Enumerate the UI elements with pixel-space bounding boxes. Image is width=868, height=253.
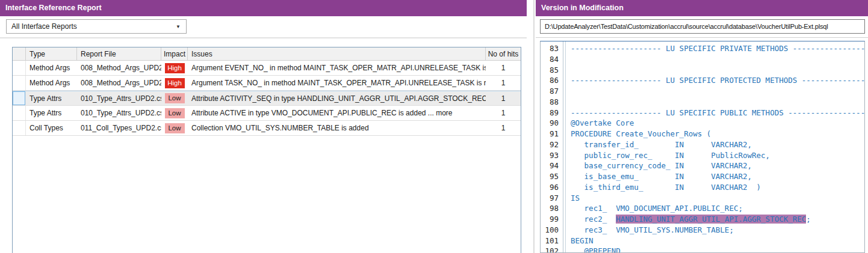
cell-hits: 1: [486, 76, 521, 90]
highlighted-code-span: HANDLING_UNIT_AGGR_UTIL_API.AGGR_STOCK_R…: [616, 215, 806, 224]
code-content: -------------------- LU SPECIFIC PRIVATE…: [566, 41, 864, 252]
cell-issues: Argument EVENT_NO_ in method MAINT_TASK_…: [188, 61, 486, 75]
code-span: @Overtake Core: [571, 118, 634, 127]
code-span: rec3_ VMO_UTIL_SYS.NUMBER_TABLE;: [571, 225, 734, 234]
left-panel-title: Interface Reference Report: [5, 4, 102, 12]
cell-report-file: 010_Type_Attrs_UPD2.csv: [77, 91, 161, 105]
line-number: 88: [541, 97, 559, 108]
cell-issues: Argument TASK_NO_ in method MAINT_TASK_O…: [188, 76, 486, 90]
table-row[interactable]: Coll Types011_Coll_Types_UPD2.csvLowColl…: [13, 121, 521, 136]
report-filter-dropdown[interactable]: All Interface Reports ▼: [6, 19, 187, 34]
code-span: -------------------- LU SPECIFIC PUBLIC …: [571, 108, 864, 117]
code-span: base_currency_code_ IN VARCHAR2,: [571, 161, 752, 170]
code-line: -------------------- LU SPECIFIC PUBLIC …: [571, 108, 864, 118]
line-number: 95: [541, 171, 559, 182]
code-line: [571, 65, 864, 76]
cell-type: Type Attrs: [26, 106, 77, 120]
code-span: rec1_ VMO_DOCUMENT_API.PUBLIC_REC;: [571, 204, 743, 213]
cell-hits: 1: [486, 61, 521, 75]
code-line: [571, 97, 864, 108]
report-filter-value: All Interface Reports: [11, 22, 77, 31]
chevron-down-icon: ▼: [176, 20, 181, 33]
impact-badge: Low: [165, 93, 185, 103]
line-number: 93: [541, 150, 559, 161]
code-line: public_row_rec_ IN PublicRowRec,: [571, 150, 864, 161]
line-number: 85: [541, 65, 559, 76]
line-number: 96: [541, 182, 559, 193]
cell-type: Coll Types: [26, 121, 77, 135]
cell-type: Type Attrs: [26, 91, 77, 105]
cell-report-file: 008_Method_Args_UPD2.csv: [77, 61, 161, 75]
column-header-issues[interactable]: Issues: [188, 47, 486, 60]
impact-badge: Low: [165, 108, 185, 118]
code-span: is_base_emu_ IN VARCHAR2,: [571, 172, 752, 181]
code-line: PROCEDURE Create_Voucher_Rows (: [571, 129, 864, 139]
code-line: base_currency_code_ IN VARCHAR2,: [571, 160, 864, 171]
code-span: transfer_id_ IN VARCHAR2,: [571, 140, 752, 149]
cell-type: Method Args: [26, 76, 77, 90]
cell-report-file: 011_Coll_Types_UPD2.csv: [77, 121, 161, 135]
left-panel-header: Interface Reference Report: [0, 0, 527, 16]
code-line: BEGIN: [571, 236, 864, 246]
code-editor[interactable]: 8384858687888990919293949596979899100101…: [540, 41, 865, 253]
update-analyzer-window: Interface Reference Report All Interface…: [0, 0, 868, 253]
line-number: 97: [541, 193, 559, 204]
code-line: [571, 54, 864, 65]
code-line: @PREPEND: [571, 246, 864, 252]
line-number: 100: [541, 225, 559, 236]
code-span: -------------------- LU SPECIFIC PRIVATE…: [571, 44, 864, 53]
code-line: @Overtake Core: [571, 118, 864, 129]
column-header-impact[interactable]: Impact: [161, 47, 188, 60]
cell-hits: 1: [486, 106, 521, 120]
code-line: rec2_ HANDLING_UNIT_AGGR_UTIL_API.AGGR_S…: [571, 214, 864, 225]
line-number: 89: [541, 108, 559, 118]
row-selector-cell[interactable]: [13, 61, 26, 75]
code-line: is_base_emu_ IN VARCHAR2,: [571, 171, 864, 182]
line-number: 99: [541, 214, 559, 225]
code-span: is_third_emu_ IN VARCHAR2 ): [571, 183, 761, 192]
cell-issues: Attribute ACTIVE in type VMO_DOCUMENT_AP…: [188, 106, 486, 120]
cell-type: Method Args: [26, 61, 77, 75]
cell-report-file: 010_Type_Attrs_UPD2.csv: [77, 106, 161, 120]
left-toolbar-separator: [0, 37, 527, 38]
panel-splitter[interactable]: [533, 0, 535, 253]
code-span: PROCEDURE Create_Voucher_Rows (: [571, 129, 711, 138]
line-number: 84: [541, 54, 559, 65]
code-span: @PREPEND: [571, 246, 621, 252]
row-selector-cell[interactable]: [13, 121, 26, 135]
cell-impact: Low: [161, 121, 188, 135]
column-header-selector[interactable]: [13, 47, 26, 60]
line-number: 102: [541, 246, 559, 253]
table-header-row: Type Report File Impact Issues No of hit…: [13, 47, 521, 61]
right-panel-header: Version in Modification: [536, 0, 868, 16]
code-line: rec1_ VMO_DOCUMENT_API.PUBLIC_REC;: [571, 203, 864, 214]
code-span: rec2_: [571, 215, 616, 224]
code-line: -------------------- LU SPECIFIC PROTECT…: [571, 75, 864, 86]
code-span: public_row_rec_ IN PublicRowRec,: [571, 151, 770, 160]
line-number: 86: [541, 75, 559, 86]
line-number: 91: [541, 129, 559, 139]
table-row[interactable]: Type Attrs010_Type_Attrs_UPD2.csvLowAttr…: [13, 91, 521, 106]
file-path-input[interactable]: [540, 19, 865, 34]
column-header-report-file[interactable]: Report File: [77, 47, 161, 60]
cell-impact: High: [161, 61, 188, 75]
cell-impact: Low: [161, 91, 188, 105]
line-number: 98: [541, 203, 559, 214]
column-header-type[interactable]: Type: [26, 47, 77, 60]
table-row[interactable]: Type Attrs010_Type_Attrs_UPD2.csvLowAttr…: [13, 106, 521, 121]
row-selector-cell[interactable]: [13, 91, 26, 105]
impact-badge: High: [165, 63, 185, 73]
code-line: rec3_ VMO_UTIL_SYS.NUMBER_TABLE;: [571, 225, 864, 236]
table-row[interactable]: Method Args008_Method_Args_UPD2.csvHighA…: [13, 61, 521, 76]
impact-badge: Low: [165, 123, 185, 133]
row-selector-cell[interactable]: [13, 76, 26, 90]
column-header-hits[interactable]: No of hits: [486, 47, 521, 60]
cell-impact: Low: [161, 106, 188, 120]
cell-issues: Attribute ACTIVITY_SEQ in type HANDLING_…: [188, 91, 486, 105]
interface-report-table: Type Report File Impact Issues No of hit…: [12, 47, 521, 253]
table-row[interactable]: Method Args008_Method_Args_UPD2.csvHighA…: [13, 76, 521, 91]
right-panel-title: Version in Modification: [541, 4, 624, 12]
code-line: transfer_id_ IN VARCHAR2,: [571, 139, 864, 150]
row-selector-cell[interactable]: [13, 106, 26, 120]
line-number-gutter: 8384858687888990919293949596979899100101…: [541, 41, 563, 252]
